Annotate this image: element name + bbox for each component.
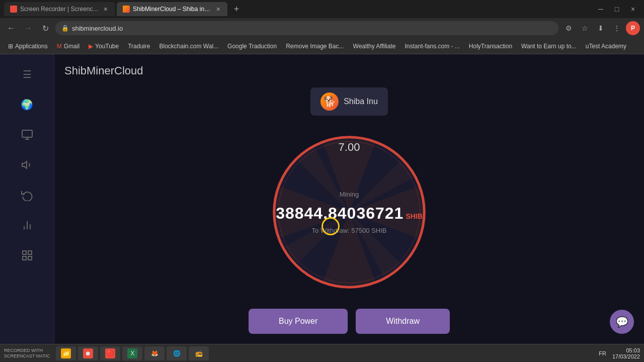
lock-icon: 🔒 (61, 25, 69, 32)
bookmark-blockchain-label: Blockchain.com Wal... (159, 43, 218, 50)
other-icon: 📻 (194, 348, 204, 358)
mining-value-row: 38844.84036721 SHIB (276, 204, 423, 223)
bookmark-icon[interactable]: ☆ (578, 21, 592, 35)
watermark-text: RECORDED WITH SCREENCAST MATIC (4, 348, 50, 359)
bookmark-apps-label: Applications (15, 43, 48, 50)
address-bar[interactable]: 🔒 shibminercloud.io (55, 21, 558, 35)
bookmark-gmail-label: Gmail (64, 43, 79, 50)
menu-icon[interactable]: ☰ (17, 64, 37, 84)
taskbar-right: FR 05:03 17/03/2022 (599, 347, 640, 359)
app2-icon: 🔴 (105, 348, 115, 358)
taskbar-app-excel[interactable]: X (122, 346, 142, 360)
taskbar-watermark: RECORDED WITH SCREENCAST MATIC (4, 348, 50, 359)
bookmark-instant-fans-label: Instant-fans.com - ... (405, 43, 459, 50)
url-text: shibminercloud.io (72, 25, 123, 32)
bookmark-traduire[interactable]: Traduire (124, 41, 154, 51)
taskbar-app-app2[interactable]: 🔴 (100, 346, 120, 360)
page-content: ShibMinerCloud 🐕 Shiba Inu 7.00 (54, 54, 644, 344)
bookmark-traduire-label: Traduire (128, 43, 150, 50)
taskbar-time: 05:03 (612, 347, 640, 353)
speed-label: 7.00 (339, 141, 360, 154)
tab-favicon-shib (123, 6, 130, 13)
watermark-line2: SCREENCAST MATIC (4, 353, 50, 359)
coin-selector[interactable]: 🐕 Shiba Inu (310, 87, 388, 116)
svg-rect-7 (23, 256, 26, 260)
download-icon[interactable]: ⬇ (594, 21, 608, 35)
bookmark-instant-fans[interactable]: Instant-fans.com - ... (400, 41, 463, 51)
stats-icon[interactable] (17, 215, 37, 235)
bookmark-apps-icon: ⊞ (8, 43, 13, 50)
megaphone-icon[interactable] (17, 155, 37, 175)
reload-button[interactable]: ↻ (38, 21, 52, 35)
main-content: ☰ 🌍 (0, 54, 644, 344)
page-title: ShibMinerCloud (64, 64, 143, 77)
globe-icon[interactable]: 🌍 (17, 95, 37, 115)
bookmark-wealthy-label: Wealthy Affiliate (353, 43, 396, 50)
watermark-line1: RECORDED WITH (4, 348, 50, 353)
excel-icon: X (127, 348, 137, 358)
back-button[interactable]: ← (4, 21, 18, 35)
tab-screencast[interactable]: Screen Recorder | Screencast-O... × (4, 2, 115, 16)
withdraw-button[interactable]: Withdraw (356, 309, 450, 334)
mining-value: 38844.84036721 (276, 204, 404, 223)
bookmarks-bar: ⊞ Applications M Gmail ▶ YouTube Traduir… (0, 38, 644, 54)
extensions-icon[interactable]: ⚙ (561, 21, 576, 35)
bookmark-apps[interactable]: ⊞ Applications (4, 41, 52, 51)
browser-chrome: Screen Recorder | Screencast-O... × Shib… (0, 0, 644, 54)
taskbar-lang: FR (599, 350, 606, 356)
grid-icon[interactable] (17, 245, 37, 265)
files-icon: 📁 (61, 348, 71, 358)
taskbar-app-other[interactable]: 📻 (189, 346, 209, 360)
chrome-icon: 🌐 (172, 348, 182, 358)
monitor-icon[interactable] (17, 125, 37, 145)
bookmark-gmail[interactable]: M Gmail (53, 41, 84, 51)
tab-close-shib[interactable]: × (215, 4, 221, 14)
bookmark-google-translate[interactable]: Google Traduction (223, 41, 281, 51)
profile-avatar[interactable]: P (626, 21, 640, 35)
close-window-button[interactable]: × (626, 2, 640, 16)
sidebar: ☰ 🌍 (0, 54, 54, 344)
maximize-button[interactable]: □ (610, 2, 624, 16)
bookmark-youtube[interactable]: ▶ YouTube (85, 41, 123, 51)
new-tab-button[interactable]: + (229, 2, 244, 16)
svg-rect-8 (28, 256, 32, 260)
bookmark-google-translate-label: Google Traduction (227, 43, 277, 50)
taskbar-app-chrome[interactable]: 🌐 (167, 346, 187, 360)
bookmark-remove-image[interactable]: Remove Image Bac... (282, 41, 348, 51)
bookmark-earn-label: Want to Earn up to... (521, 43, 577, 50)
mining-unit: SHIB (406, 212, 422, 220)
forward-button[interactable]: → (21, 21, 35, 35)
svg-rect-5 (23, 251, 26, 254)
mining-circle-inner: Mining 38844.84036721 SHIB To Withdraw: … (276, 191, 423, 234)
tab-label-shib: ShibMinerCloud – Shiba inu clou... (133, 6, 212, 13)
mining-label: Mining (340, 191, 359, 198)
taskbar-clock: 05:03 17/03/2022 (612, 347, 640, 359)
coin-icon: 🐕 (320, 93, 339, 111)
tab-label-screencast: Screen Recorder | Screencast-O... (20, 6, 100, 13)
minimize-button[interactable]: ─ (594, 2, 608, 16)
mining-circle-container[interactable]: 7.00 (254, 131, 445, 294)
buy-power-button[interactable]: Buy Power (249, 309, 348, 334)
toolbar-icons: ⚙ ☆ ⬇ ⋮ P (561, 21, 640, 35)
bookmark-earn[interactable]: Want to Earn up to... (517, 41, 581, 51)
tab-favicon-screencast (10, 6, 17, 13)
more-icon[interactable]: ⋮ (610, 21, 624, 35)
chat-button[interactable]: 💬 (610, 310, 634, 334)
taskbar-app-firefox[interactable]: 🦊 (144, 346, 165, 360)
address-bar-row: ← → ↻ 🔒 shibminercloud.io ⚙ ☆ ⬇ ⋮ P (0, 18, 644, 38)
tab-close-screencast[interactable]: × (103, 4, 109, 14)
bookmark-holy[interactable]: HolyTransaction (465, 41, 516, 51)
svg-rect-0 (22, 130, 32, 137)
bookmark-blockchain[interactable]: Blockchain.com Wal... (155, 41, 222, 51)
bookmark-wealthy[interactable]: Wealthy Affiliate (349, 41, 400, 51)
history-icon[interactable] (17, 185, 37, 205)
screencast-icon: ⏺ (83, 348, 93, 358)
bookmark-utest[interactable]: uTest Academy (582, 41, 630, 51)
speed-value: 7.00 (339, 141, 360, 153)
tab-shib[interactable]: ShibMinerCloud – Shiba inu clou... × (117, 2, 227, 16)
svg-rect-6 (28, 251, 32, 254)
taskbar-app-screencast[interactable]: ⏺ (78, 346, 98, 360)
taskbar: RECORDED WITH SCREENCAST MATIC 📁 ⏺ 🔴 X 🦊… (0, 344, 644, 362)
taskbar-app-files[interactable]: 📁 (56, 346, 76, 360)
coin-name: Shiba Inu (344, 97, 378, 106)
